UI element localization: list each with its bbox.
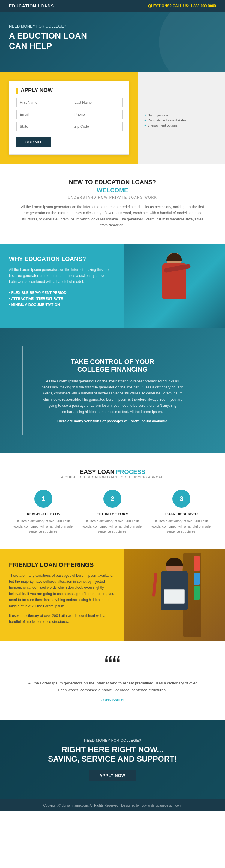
benefit-item-3: 3 repayment options <box>144 123 187 128</box>
process-steps: 1 REACH OUT TO US It uses a dictionary o… <box>9 490 216 534</box>
first-name-input[interactable] <box>17 98 68 107</box>
hero-deco-circle1 <box>159 12 225 72</box>
why-title: WHY EDUCATION LOANS? <box>9 255 115 262</box>
process-title-accent: PROCESS <box>116 468 145 475</box>
step-circle-3: 3 <box>172 490 191 508</box>
process-section: EASY LOAN PROCESS A GUIDE TO EDUCATION L… <box>0 454 225 550</box>
apply-title: APPLY NOW <box>17 87 122 94</box>
email-input[interactable] <box>17 110 68 119</box>
apply-section: APPLY NOW SUBMIT No origination fee Comp… <box>0 72 225 164</box>
hero-content: NEED MONEY FOR COLLEGE? A EDUCTION LOANC… <box>9 24 87 51</box>
hero-section: NEED MONEY FOR COLLEGE? A EDUCTION LOANC… <box>0 12 225 72</box>
step-circle-1: 1 <box>34 490 53 508</box>
benefits-list: No origination fee Competitive Interest … <box>144 113 187 128</box>
friendly-content: FRIENDLY LOAN OFFERINGS There are many v… <box>0 550 124 641</box>
step-1: 1 REACH OUT TO US It uses a dictionary o… <box>13 490 73 534</box>
testimonial-section: ““ All the Lorem Ipsum generators on the… <box>0 641 225 720</box>
welcome-accent: WELCOME <box>18 187 207 194</box>
welcome-title-text: NEW TO EDUCATION LOANS? <box>69 179 156 185</box>
control-text: All the Lorem Ipsum generators on the In… <box>41 378 184 415</box>
testimonial-text: All the Lorem Ipsum generators on the In… <box>24 680 201 694</box>
why-bullet-1: FLEXIBLE REPAYMENT PERIOD <box>9 290 115 296</box>
step-text-2: It uses a dictionary of over 200 Latin w… <box>83 519 142 534</box>
contact-label: QUESTIONS? CALL US: <box>148 4 189 8</box>
form-row-contact <box>17 110 122 119</box>
quote-mark: ““ <box>24 659 201 671</box>
submit-button[interactable]: SUBMIT <box>17 137 51 147</box>
friendly-text-2: It uses a dictionary of over 200 Latin w… <box>9 613 115 625</box>
friendly-text-1: There are many variations of passages of… <box>9 572 115 609</box>
step-2: 2 FILL IN THE FORM It uses a dictionary … <box>83 490 142 534</box>
footer: Copyright © domainname.com. All Rights R… <box>0 799 225 811</box>
benefit-item-1: No origination fee <box>144 113 187 118</box>
why-bullets: FLEXIBLE REPAYMENT PERIOD ATTRACTIVE INT… <box>9 290 115 308</box>
process-title: EASY LOAN <box>80 468 115 475</box>
cta-button[interactable]: APPLY NOW <box>89 770 136 781</box>
site-logo: EDUCATION LOANS <box>9 4 54 8</box>
cta-subtitle: NEED MONEY FOR COLLEGE? <box>9 738 216 743</box>
state-input[interactable] <box>17 122 68 131</box>
step-name-1: REACH OUT TO US <box>13 512 73 516</box>
step-name-3: LOAN DISBURSED <box>152 512 212 516</box>
why-content: WHY EDUCATION LOANS? All the Lorem Ipsum… <box>0 244 124 328</box>
welcome-subtitle: UNDERSTAND HOW PRIVATE LOANS WORK <box>18 195 207 199</box>
benefit-item-2: Competitive Interest Rates <box>144 118 187 123</box>
control-section: TAKE CONTROL OF YOURCOLLEGE FINANCING Al… <box>0 328 225 454</box>
step-circle-2: 2 <box>103 490 122 508</box>
hero-title: A EDUCTION LOANCAN HELP <box>9 31 87 51</box>
why-section: WHY EDUCATION LOANS? All the Lorem Ipsum… <box>0 244 225 328</box>
step-text-3: It uses a dictionary of over 200 Latin w… <box>152 519 212 534</box>
why-bullet-2: ATTRACTIVE INTEREST RATE <box>9 296 115 302</box>
cta-section: NEED MONEY FOR COLLEGE? RIGHT HERE RIGHT… <box>0 720 225 799</box>
apply-box-wrapper: APPLY NOW SUBMIT <box>0 72 138 164</box>
welcome-text: All the Lorem Ipsum generators on the In… <box>18 204 207 228</box>
friendly-section: FRIENDLY LOAN OFFERINGS There are many v… <box>0 550 225 641</box>
header: EDUCATION LOANS QUESTIONS? CALL US: 1-88… <box>0 0 225 12</box>
cta-title: RIGHT HERE RIGHT NOW...SAVING, SERVICE A… <box>9 745 216 764</box>
friendly-title: FRIENDLY LOAN OFFERINGS <box>9 561 115 568</box>
welcome-title: NEW TO EDUCATION LOANS? <box>18 179 207 186</box>
control-bold-text: There are many variations of passages of… <box>41 419 184 423</box>
header-contact: QUESTIONS? CALL US: 1-888-000-0000 <box>148 4 216 8</box>
step-text-1: It uses a dictionary of over 200 Latin w… <box>13 519 73 534</box>
why-text: All the Lorem Ipsum generators on the In… <box>9 267 115 285</box>
control-title: TAKE CONTROL OF YOURCOLLEGE FINANCING <box>41 358 184 373</box>
friendly-image <box>124 550 225 641</box>
benefits-wrapper: No origination fee Competitive Interest … <box>138 72 225 164</box>
last-name-input[interactable] <box>71 98 123 107</box>
form-row-location <box>17 122 122 131</box>
testimonial-author: JOHN SMITH <box>24 698 201 702</box>
why-image <box>124 244 225 328</box>
process-subtitle: A GUIDE TO EDUCATION LOAN FOR STUDYING A… <box>9 475 216 479</box>
footer-text: Copyright © domainname.com. All Rights R… <box>43 804 182 807</box>
phone-input[interactable] <box>71 110 123 119</box>
process-title-wrapper: EASY LOAN PROCESS <box>9 468 216 475</box>
why-bullet-3: MINIMUM DOCUMENTATION <box>9 302 115 308</box>
zip-input[interactable] <box>71 122 123 131</box>
control-box: TAKE CONTROL OF YOURCOLLEGE FINANCING Al… <box>23 345 202 435</box>
contact-number: 1-888-000-0000 <box>191 4 216 8</box>
apply-box: APPLY NOW SUBMIT <box>9 81 129 155</box>
form-row-name <box>17 98 122 107</box>
hero-subtitle: NEED MONEY FOR COLLEGE? <box>9 24 87 29</box>
step-name-2: FILL IN THE FORM <box>83 512 142 516</box>
welcome-section: NEW TO EDUCATION LOANS? WELCOME UNDERSTA… <box>0 164 225 244</box>
cta-content: NEED MONEY FOR COLLEGE? RIGHT HERE RIGHT… <box>9 738 216 781</box>
step-3: 3 LOAN DISBURSED It uses a dictionary of… <box>152 490 212 534</box>
